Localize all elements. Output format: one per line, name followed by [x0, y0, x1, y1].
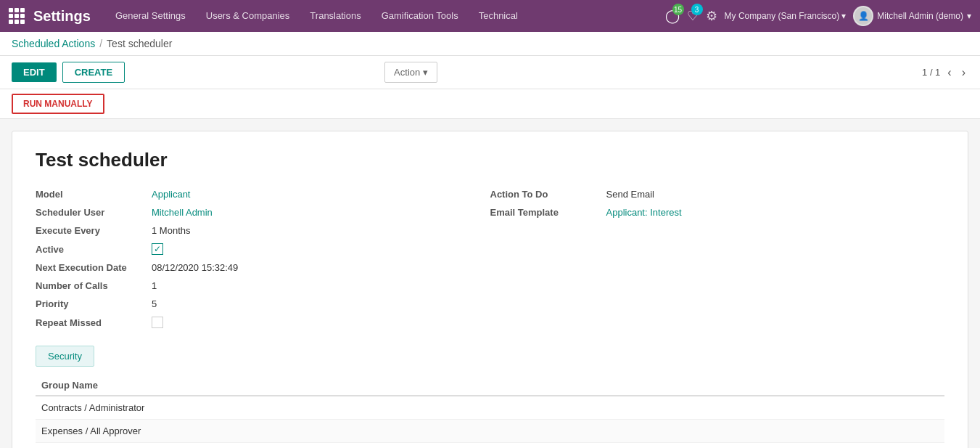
- repeat-missed-label: Repeat Missed: [36, 317, 152, 328]
- table-row: Contracts / Administrator: [36, 396, 944, 420]
- execute-every-value: 1 Months: [152, 225, 190, 236]
- pager-next-button[interactable]: ›: [959, 65, 968, 81]
- main-toolbar: EDIT CREATE Action ▾ 1 / 1 ‹ ›: [0, 56, 980, 89]
- number-calls-value: 1: [152, 280, 157, 291]
- security-tab[interactable]: Security: [36, 346, 94, 367]
- number-calls-label: Number of Calls: [36, 280, 152, 291]
- group-name-header: Group Name: [36, 375, 944, 396]
- next-execution-value: 08/12/2020 15:32:49: [152, 262, 238, 273]
- navbar-menu: General Settings Users & Companies Trans…: [105, 0, 665, 32]
- nav-gamification-tools[interactable]: Gamification Tools: [371, 0, 469, 32]
- field-scheduler-user: Scheduler User Mitchell Admin: [36, 207, 490, 218]
- field-action-to-do: Action To Do Send Email: [490, 189, 945, 200]
- model-label: Model: [36, 189, 152, 200]
- breadcrumb-parent[interactable]: Scheduled Actions: [12, 38, 95, 49]
- scheduler-user-value[interactable]: Mitchell Admin: [152, 207, 213, 218]
- navbar: Settings General Settings Users & Compan…: [0, 0, 980, 32]
- edit-button[interactable]: EDIT: [12, 62, 57, 82]
- model-value[interactable]: Applicant: [152, 189, 190, 200]
- run-manually-button[interactable]: RUN MANUALLY: [12, 94, 104, 114]
- email-template-value[interactable]: Applicant: Interest: [606, 207, 682, 218]
- settings-icon[interactable]: ⚙: [706, 8, 717, 24]
- record-title: Test scheduler: [36, 149, 944, 171]
- scheduler-user-label: Scheduler User: [36, 207, 152, 218]
- apps-menu[interactable]: [9, 8, 25, 24]
- pager: 1 / 1 ‹ ›: [922, 65, 968, 81]
- field-active: Active ✓: [36, 243, 490, 255]
- field-number-calls: Number of Calls 1: [36, 280, 490, 291]
- avatar: 👤: [853, 6, 873, 26]
- fields-grid: Model Applicant Scheduler User Mitchell …: [36, 189, 944, 328]
- company-chevron-icon: ▾: [841, 11, 846, 21]
- action-to-do-value: Send Email: [606, 189, 654, 200]
- next-execution-label: Next Execution Date: [36, 262, 152, 273]
- fields-right: Action To Do Send Email Email Template A…: [490, 189, 945, 328]
- record-card: Test scheduler Model Applicant Scheduler…: [12, 131, 968, 448]
- user-selector[interactable]: 👤 Mitchell Admin (demo) ▾: [853, 6, 971, 26]
- nav-general-settings[interactable]: General Settings: [105, 0, 196, 32]
- active-checkbox[interactable]: ✓: [152, 243, 163, 255]
- execute-every-label: Execute Every: [36, 225, 152, 236]
- company-selector[interactable]: My Company (San Francisco) ▾: [725, 11, 847, 21]
- active-label: Active: [36, 244, 152, 255]
- field-execute-every: Execute Every 1 Months: [36, 225, 490, 236]
- action-button[interactable]: Action ▾: [384, 62, 437, 83]
- fields-left: Model Applicant Scheduler User Mitchell …: [36, 189, 490, 328]
- nav-translations[interactable]: Translations: [300, 0, 371, 32]
- create-button[interactable]: CREATE: [62, 62, 125, 83]
- field-next-execution: Next Execution Date 08/12/2020 15:32:49: [36, 262, 490, 273]
- breadcrumb: Scheduled Actions / Test scheduler: [0, 32, 980, 56]
- navbar-right: ◯ 15 ♡ 3 ⚙ My Company (San Francisco) ▾ …: [665, 6, 971, 26]
- chat-button[interactable]: ♡ 3: [687, 8, 699, 24]
- action-chevron-icon: ▾: [423, 67, 428, 78]
- company-name: My Company (San Francisco): [725, 11, 840, 21]
- chat-badge: 3: [691, 4, 703, 15]
- clock-button[interactable]: ◯ 15: [665, 8, 680, 24]
- run-toolbar: RUN MANUALLY: [0, 89, 980, 119]
- breadcrumb-separator: /: [99, 38, 102, 49]
- pager-text: 1 / 1: [922, 67, 940, 78]
- group-table: Group Name Contracts / AdministratorExpe…: [36, 375, 944, 443]
- field-repeat-missed: Repeat Missed: [36, 317, 490, 328]
- nav-technical[interactable]: Technical: [469, 0, 528, 32]
- group-name-cell: Expenses / All Approver: [36, 420, 944, 443]
- user-chevron-icon: ▾: [967, 11, 971, 21]
- main-content: Test scheduler Model Applicant Scheduler…: [0, 119, 980, 448]
- table-row: Expenses / All Approver: [36, 420, 944, 443]
- user-name: Mitchell Admin (demo): [877, 11, 963, 21]
- field-model: Model Applicant: [36, 189, 490, 200]
- priority-label: Priority: [36, 298, 152, 309]
- repeat-missed-checkbox[interactable]: [152, 317, 163, 328]
- nav-users-companies[interactable]: Users & Companies: [196, 0, 300, 32]
- priority-value: 5: [152, 298, 157, 309]
- clock-badge: 15: [672, 4, 684, 15]
- action-to-do-label: Action To Do: [490, 189, 606, 200]
- group-name-cell: Contracts / Administrator: [36, 396, 944, 420]
- field-email-template: Email Template Applicant: Interest: [490, 207, 945, 218]
- security-section: Security Group Name Contracts / Administ…: [36, 346, 944, 443]
- breadcrumb-current: Test scheduler: [107, 38, 172, 49]
- field-priority: Priority 5: [36, 298, 490, 309]
- app-title: Settings: [33, 8, 91, 25]
- action-label: Action: [394, 67, 420, 78]
- pager-prev-button[interactable]: ‹: [944, 65, 954, 81]
- email-template-label: Email Template: [490, 207, 606, 218]
